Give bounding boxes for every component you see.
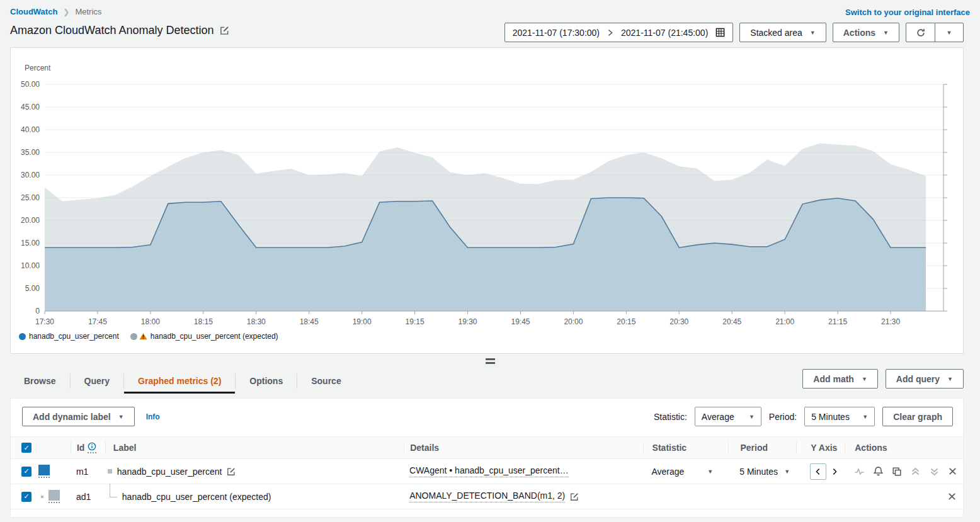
tab-browse[interactable]: Browse [10, 368, 70, 394]
svg-text:0: 0 [35, 307, 40, 315]
actions-dropdown[interactable]: Actions ▼ [833, 23, 899, 42]
statistic-value: Average [702, 412, 734, 422]
tab-options[interactable]: Options [236, 368, 297, 394]
select-all-checkbox[interactable]: ✓ [21, 443, 31, 453]
refresh-button[interactable] [906, 23, 935, 42]
refresh-options-dropdown[interactable]: ▼ [935, 23, 963, 42]
expression-details-link[interactable]: ANOMALY_DETECTION_BAND(m1, 2) [409, 491, 565, 502]
metric-color-swatch[interactable] [38, 465, 50, 478]
label-column-header: Label [113, 443, 137, 453]
statistic-select[interactable]: Average ▼ [695, 407, 761, 426]
period-column-header: Period [740, 443, 768, 453]
metric-color-swatch[interactable] [48, 490, 60, 503]
svg-text:5.00: 5.00 [25, 284, 40, 293]
metric-details-link[interactable]: CWAgent • hanadb_cpu_user_percent… [409, 465, 569, 477]
warning-icon [139, 332, 147, 340]
breadcrumb: CloudWatch ❯ Metrics [10, 7, 101, 16]
svg-text:10.00: 10.00 [21, 261, 40, 270]
move-up-icon[interactable] [910, 467, 921, 477]
svg-text:20:00: 20:00 [564, 317, 583, 326]
add-dynamic-label-dropdown[interactable]: Add dynamic label ▼ [22, 407, 135, 426]
row-statistic-select[interactable]: Average ▼ [642, 467, 728, 477]
anomaly-pulse-icon[interactable] [854, 467, 865, 477]
table-row-m1: ✓ m1 hanadb_cpu_user_percent CWAgent • h… [11, 459, 963, 484]
row-checkbox[interactable]: ✓ [21, 467, 31, 477]
metrics-chart: 50.0045.0040.0035.0030.0025.0020.0015.00… [11, 48, 964, 328]
yaxis-right-button[interactable] [830, 467, 839, 476]
chevron-right-icon: ❯ [63, 8, 69, 16]
metric-id: m1 [76, 467, 88, 477]
alarm-bell-icon[interactable] [873, 466, 884, 477]
chart-legend: hanadb_cpu_user_percenthanadb_cpu_user_p… [19, 332, 278, 341]
add-math-dropdown[interactable]: Add math ▼ [802, 369, 877, 389]
chevron-down-icon: ▼ [862, 376, 867, 382]
date-start: 2021-11-07 (17:30:00) [513, 28, 600, 38]
svg-text:25.00: 25.00 [21, 193, 40, 202]
info-icon[interactable] [88, 442, 96, 453]
chart-type-dropdown[interactable]: Stacked area ▼ [739, 23, 826, 42]
refresh-group: ▼ [906, 23, 964, 42]
tree-node-icon [108, 469, 112, 474]
table-header-row: ✓ Id Label Details Statistic Period Y Ax… [11, 436, 963, 459]
add-query-dropdown[interactable]: Add query ▼ [886, 369, 964, 389]
actions-column-header: Actions [855, 443, 887, 453]
add-dynamic-label-text: Add dynamic label [33, 412, 111, 422]
graphed-metrics-table: ✓ Id Label Details Statistic Period Y Ax… [11, 436, 963, 509]
svg-text:19:00: 19:00 [353, 317, 372, 326]
edit-label-icon[interactable] [227, 467, 236, 476]
duplicate-icon[interactable] [892, 467, 902, 477]
clear-graph-button[interactable]: Clear graph [882, 407, 953, 426]
svg-text:21:15: 21:15 [828, 317, 847, 326]
row-period-select[interactable]: 5 Minutes ▼ [728, 467, 796, 477]
legend-item[interactable]: hanadb_cpu_user_percent [19, 332, 119, 341]
legend-label: hanadb_cpu_user_percent (expected) [151, 332, 278, 341]
row-period-value: 5 Minutes [739, 467, 778, 477]
remove-metric-icon[interactable] [948, 467, 957, 476]
info-link[interactable]: Info [146, 412, 160, 421]
actions-label: Actions [843, 28, 875, 38]
edit-title-icon[interactable] [220, 26, 229, 35]
svg-text:18:45: 18:45 [300, 317, 319, 326]
row-checkbox[interactable]: ✓ [21, 492, 31, 502]
svg-text:50.00: 50.00 [21, 80, 40, 89]
legend-swatch [19, 333, 26, 340]
period-select[interactable]: 5 Minutes ▼ [804, 407, 875, 426]
tab-source[interactable]: Source [297, 368, 355, 394]
chevron-down-icon: ▼ [883, 30, 889, 36]
legend-label: hanadb_cpu_user_percent [29, 332, 119, 341]
edit-expression-icon[interactable] [570, 492, 579, 501]
svg-text:21:00: 21:00 [775, 317, 794, 326]
svg-text:18:00: 18:00 [141, 317, 160, 326]
switch-interface-link[interactable]: Switch to your original interface [845, 8, 970, 17]
date-end: 2021-11-07 (21:45:00) [621, 28, 708, 38]
panel-resize-handle[interactable] [0, 358, 980, 364]
metric-label: hanadb_cpu_user_percent (expected) [122, 492, 271, 502]
date-range-picker[interactable]: 2021-11-07 (17:30:00) 2021-11-07 (21:45:… [504, 23, 734, 42]
details-column-header: Details [410, 443, 439, 453]
svg-text:45.00: 45.00 [21, 103, 40, 111]
svg-text:15.00: 15.00 [21, 239, 40, 247]
period-label: Period: [769, 412, 797, 422]
remove-metric-icon[interactable] [947, 492, 957, 501]
svg-text:17:30: 17:30 [35, 317, 54, 326]
svg-text:20:30: 20:30 [669, 317, 688, 326]
svg-text:20.00: 20.00 [21, 216, 40, 225]
tab-graphed-metrics[interactable]: Graphed metrics (2) [124, 368, 235, 394]
metrics-chart-panel: 50.0045.0040.0035.0030.0025.0020.0015.00… [10, 47, 964, 354]
page-title: Amazon CloudWatch Anomaly Detection [10, 24, 214, 37]
metric-label: hanadb_cpu_user_percent [117, 467, 222, 477]
legend-item[interactable]: hanadb_cpu_user_percent (expected) [130, 332, 278, 341]
svg-text:21:30: 21:30 [881, 317, 900, 326]
svg-text:18:30: 18:30 [247, 317, 266, 326]
breadcrumb-cloudwatch[interactable]: CloudWatch [10, 7, 57, 16]
tab-query[interactable]: Query [71, 368, 123, 394]
id-column-header: Id [77, 443, 84, 453]
calendar-icon [715, 28, 725, 37]
add-math-label: Add math [813, 374, 854, 384]
chevron-down-icon: ▼ [784, 468, 790, 475]
yaxis-left-button[interactable] [810, 463, 826, 480]
add-query-label: Add query [896, 374, 940, 384]
metrics-tabs: Browse Query Graphed metrics (2) Options… [10, 368, 355, 394]
move-down-icon[interactable] [929, 467, 940, 477]
svg-text:19:15: 19:15 [406, 317, 424, 326]
